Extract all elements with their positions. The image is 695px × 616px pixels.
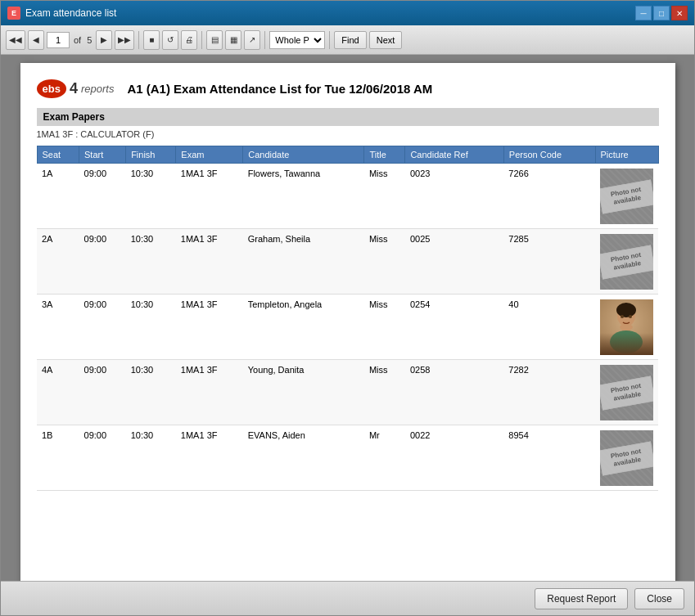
cell-title: Miss: [364, 229, 405, 295]
page-total-label: 5: [85, 35, 93, 45]
nav-first-button[interactable]: ◀◀: [6, 30, 25, 50]
page-number-input[interactable]: 1: [47, 32, 70, 48]
refresh-button[interactable]: ↺: [162, 30, 178, 50]
table-row: 1A 09:00 10:30 1MA1 3F Flowers, Tawanna …: [37, 164, 658, 229]
cell-candidate: Templeton, Angela: [243, 295, 364, 360]
layout-btn-1[interactable]: ▤: [206, 30, 223, 50]
ebs-reports-text: reports: [81, 83, 114, 95]
cell-finish: 10:30: [126, 425, 176, 491]
window-controls: ─ □ ✕: [635, 6, 688, 20]
svg-point-8: [620, 324, 633, 330]
cell-person-code: 7266: [503, 164, 595, 229]
cell-finish: 10:30: [126, 360, 176, 425]
cell-title: Miss: [364, 164, 405, 229]
cell-candidate-ref: 0023: [405, 164, 503, 229]
cell-finish: 10:30: [126, 295, 176, 360]
photo-not-available: Photo not available: [600, 169, 653, 224]
cell-candidate-ref: 0254: [405, 295, 503, 360]
next-button[interactable]: Next: [369, 31, 403, 49]
cell-person-code: 40: [503, 295, 595, 360]
cell-start: 09:00: [79, 229, 126, 295]
cell-title: Miss: [364, 360, 405, 425]
col-start: Start: [79, 146, 126, 164]
close-button[interactable]: Close: [634, 588, 684, 609]
cell-candidate: EVANS, Aiden: [243, 425, 364, 491]
cell-seat: 2A: [37, 229, 79, 295]
svg-point-4: [610, 330, 643, 353]
cell-picture: Photo not available: [595, 425, 658, 491]
cell-picture: Photo not available: [595, 360, 658, 425]
report-title: A1 (A1) Exam Attendance List for Tue 12/…: [127, 82, 432, 96]
cell-exam: 1MA1 3F: [176, 295, 243, 360]
photo-not-available: Photo not available: [600, 365, 653, 420]
photo-stamp: Photo not available: [600, 245, 653, 279]
main-window: E Exam attendance list ─ □ ✕ ◀◀ ◀ 1 of 5…: [0, 0, 695, 616]
cell-candidate-ref: 0022: [405, 425, 503, 491]
cell-person-code: 7285: [503, 229, 595, 295]
cell-candidate: Young, Danita: [243, 360, 364, 425]
photo-image: [600, 299, 653, 355]
zoom-select[interactable]: Whole P 50% 75% 100% 125%: [269, 31, 325, 49]
svg-point-6: [621, 315, 624, 318]
cell-exam: 1MA1 3F: [176, 425, 243, 491]
cell-picture: Photo not available: [595, 229, 658, 295]
minimize-button[interactable]: ─: [635, 6, 652, 20]
svg-point-7: [629, 315, 632, 318]
ebs-number: 4: [70, 80, 78, 97]
cell-finish: 10:30: [126, 164, 176, 229]
cell-title: Miss: [364, 295, 405, 360]
exam-subtitle: 1MA1 3F : CALCULATOR (F): [37, 128, 659, 141]
cell-start: 09:00: [79, 360, 126, 425]
find-button[interactable]: Find: [334, 31, 366, 49]
page-of-label: of: [72, 35, 83, 45]
cell-exam: 1MA1 3F: [176, 360, 243, 425]
separator-3: [264, 31, 265, 49]
col-candidate: Candidate: [243, 146, 364, 164]
cell-seat: 1B: [37, 425, 79, 491]
cell-picture: Photo not available: [595, 164, 658, 229]
separator-4: [329, 31, 330, 49]
cell-person-code: 7282: [503, 360, 595, 425]
col-person-code: Person Code: [503, 146, 595, 164]
window-title: Exam attendance list: [25, 7, 635, 19]
cell-candidate-ref: 0025: [405, 229, 503, 295]
cell-start: 09:00: [79, 425, 126, 491]
cell-person-code: 8954: [503, 425, 595, 491]
nav-next-button[interactable]: ▶: [96, 30, 112, 50]
col-title: Title: [364, 146, 405, 164]
photo-not-available: Photo not available: [600, 234, 653, 290]
photo-stamp: Photo not available: [600, 179, 653, 214]
toolbar: ◀◀ ◀ 1 of 5 ▶ ▶▶ ■ ↺ 🖨 ▤ ▦ ↗ Whole P 50%…: [1, 25, 694, 55]
table-header-row: Seat Start Finish Exam Candidate Title C…: [37, 146, 658, 164]
table-row: 3A 09:00 10:30 1MA1 3F Templeton, Angela…: [37, 295, 658, 360]
cell-start: 09:00: [79, 295, 126, 360]
col-seat: Seat: [37, 146, 79, 164]
ebs-logo: ebs 4 reports: [37, 79, 115, 98]
print-button[interactable]: 🖨: [181, 30, 197, 50]
export-button[interactable]: ↗: [244, 30, 260, 50]
cell-candidate-ref: 0258: [405, 360, 503, 425]
col-candidate-ref: Candidate Ref: [405, 146, 503, 164]
request-report-button[interactable]: Request Report: [535, 588, 628, 609]
layout-btn-2[interactable]: ▦: [225, 30, 241, 50]
maximize-button[interactable]: □: [653, 6, 670, 20]
separator-1: [138, 31, 139, 49]
svg-point-5: [616, 303, 636, 317]
photo-stamp: Photo not available: [600, 375, 653, 410]
stop-button[interactable]: ■: [143, 30, 160, 50]
nav-last-button[interactable]: ▶▶: [115, 30, 134, 50]
table-row: 2A 09:00 10:30 1MA1 3F Graham, Sheila Mi…: [37, 229, 658, 295]
photo-stamp: Photo not available: [600, 441, 653, 475]
nav-prev-button[interactable]: ◀: [28, 30, 44, 50]
cell-seat: 4A: [37, 360, 79, 425]
attendance-table: Seat Start Finish Exam Candidate Title C…: [37, 146, 659, 491]
col-finish: Finish: [126, 146, 176, 164]
separator-2: [201, 31, 202, 49]
table-row: 4A 09:00 10:30 1MA1 3F Young, Danita Mis…: [37, 360, 658, 425]
cell-candidate: Graham, Sheila: [243, 229, 364, 295]
ebs-badge: ebs: [37, 79, 66, 98]
report-header: ebs 4 reports A1 (A1) Exam Attendance Li…: [37, 79, 659, 98]
cell-candidate: Flowers, Tawanna: [243, 164, 364, 229]
window-close-button[interactable]: ✕: [671, 6, 688, 20]
cell-picture: [595, 295, 658, 360]
